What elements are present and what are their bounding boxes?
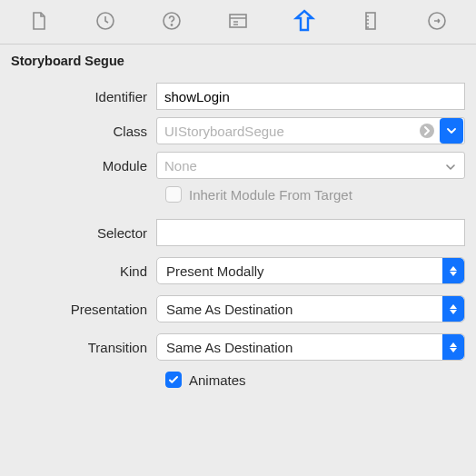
class-dropdown-icon[interactable] [440, 118, 463, 144]
section-title: Storyboard Segue [0, 45, 476, 75]
svg-point-2 [171, 25, 172, 25]
kind-value: Present Modally [166, 263, 264, 279]
stepper-icon [442, 296, 464, 322]
inspector-toolbar [0, 0, 476, 44]
inherit-module-checkbox[interactable] [165, 186, 182, 203]
identifier-label: Identifier [11, 89, 147, 104]
chevron-down-icon [442, 158, 459, 174]
animates-checkbox[interactable] [165, 372, 182, 388]
class-placeholder: UIStoryboardSegue [164, 124, 284, 139]
class-label: Class [11, 124, 147, 139]
segue-form: Identifier Class UIStoryboardSegue [0, 83, 476, 399]
presentation-label: Presentation [11, 302, 147, 317]
inherit-module-label: Inherit Module From Target [189, 187, 352, 203]
attributes-inspector-icon[interactable] [283, 7, 325, 35]
module-label: Module [11, 158, 147, 174]
transition-label: Transition [11, 340, 147, 355]
module-placeholder: None [164, 158, 197, 174]
presentation-select[interactable]: Same As Destination [156, 295, 465, 322]
kind-label: Kind [11, 263, 147, 279]
svg-rect-3 [230, 15, 246, 27]
connections-inspector-icon[interactable] [416, 7, 458, 35]
animates-label: Animates [189, 372, 246, 388]
module-combobox[interactable]: None [156, 152, 465, 179]
presentation-value: Same As Destination [166, 302, 293, 317]
stepper-icon [442, 258, 464, 283]
stepper-icon [442, 334, 464, 360]
transition-select[interactable]: Same As Destination [156, 333, 465, 361]
identity-inspector-icon[interactable] [217, 7, 259, 35]
size-inspector-icon[interactable] [350, 7, 392, 35]
help-inspector-icon[interactable] [151, 7, 193, 35]
selector-label: Selector [11, 225, 147, 241]
navigate-icon[interactable] [418, 122, 436, 140]
history-inspector-icon[interactable] [84, 7, 126, 35]
transition-value: Same As Destination [166, 340, 293, 355]
class-combobox[interactable]: UIStoryboardSegue [156, 117, 465, 144]
file-inspector-icon[interactable] [18, 7, 60, 35]
identifier-input[interactable] [156, 83, 465, 110]
svg-point-6 [420, 124, 434, 138]
kind-select[interactable]: Present Modally [156, 257, 465, 284]
selector-input[interactable] [156, 219, 465, 246]
